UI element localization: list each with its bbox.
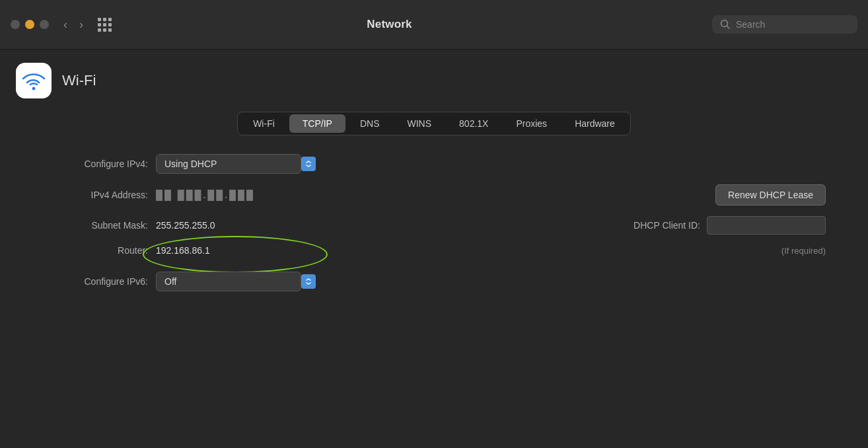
wifi-label: Wi-Fi	[62, 72, 96, 89]
subnet-mask-row: Subnet Mask: 255.255.255.0 DHCP Client I…	[42, 216, 826, 235]
renew-section: Renew DHCP Lease	[715, 184, 826, 205]
router-row: Router: 192.168.86.1 (If required)	[42, 245, 826, 256]
router-value: 192.168.86.1	[156, 245, 210, 256]
dhcp-hint: (If required)	[781, 246, 826, 256]
configure-ipv4-row: Configure IPv4: Using DHCP Manually Off	[42, 154, 826, 174]
configure-ipv4-select-wrapper: Using DHCP Manually Off	[156, 154, 316, 174]
search-icon	[720, 19, 731, 30]
configure-ipv6-select-wrapper: Off Automatically Manually	[156, 272, 316, 291]
form-area: Configure IPv4: Using DHCP Manually Off …	[16, 154, 852, 302]
tab-wifi[interactable]: Wi-Fi	[240, 114, 288, 133]
subnet-mask-value: 255.255.255.0	[156, 220, 215, 231]
ipv4-address-row: IPv4 Address: ██ ███.██.███ Renew DHCP L…	[42, 184, 826, 205]
close-button[interactable]	[11, 20, 20, 29]
content-area: Wi-Fi Wi-Fi TCP/IP DNS WINS 802.1X Proxi…	[0, 50, 868, 448]
wifi-header: Wi-Fi	[16, 63, 852, 98]
configure-ipv4-select[interactable]: Using DHCP Manually Off	[156, 154, 301, 174]
maximize-button[interactable]	[40, 20, 49, 29]
svg-line-1	[727, 26, 730, 29]
ipv6-select-arrow-icon	[301, 274, 316, 289]
renew-dhcp-button[interactable]: Renew DHCP Lease	[715, 184, 826, 205]
dhcp-client-id-input[interactable]	[707, 216, 826, 235]
wifi-icon	[21, 71, 46, 91]
configure-ipv4-label: Configure IPv4:	[42, 159, 148, 169]
wifi-icon-box	[16, 63, 52, 98]
configure-ipv6-row: Configure IPv6: Off Automatically Manual…	[42, 272, 826, 291]
tab-dns[interactable]: DNS	[347, 114, 393, 133]
tab-8021x[interactable]: 802.1X	[446, 114, 501, 133]
traffic-lights	[11, 20, 49, 29]
dhcp-client-id-label: DHCP Client ID:	[633, 220, 700, 231]
tab-hardware[interactable]: Hardware	[561, 114, 628, 133]
window-title: Network	[67, 18, 712, 31]
select-arrow-icon	[301, 157, 316, 171]
search-input[interactable]	[736, 19, 850, 30]
configure-ipv6-label: Configure IPv6:	[42, 276, 148, 287]
tab-tcpip[interactable]: TCP/IP	[289, 114, 345, 133]
ipv4-address-value: ██ ███.██.███	[156, 190, 255, 200]
titlebar: ‹ › Network	[0, 0, 868, 50]
router-label: Router:	[42, 245, 148, 256]
tab-proxies[interactable]: Proxies	[503, 114, 560, 133]
tabs-container: Wi-Fi TCP/IP DNS WINS 802.1X Proxies Har…	[237, 112, 631, 135]
minimize-button[interactable]	[25, 20, 34, 29]
search-bar	[712, 15, 857, 34]
subnet-mask-label: Subnet Mask:	[42, 220, 148, 231]
ipv4-address-label: IPv4 Address:	[42, 190, 148, 200]
tab-wins[interactable]: WINS	[394, 114, 445, 133]
configure-ipv6-select[interactable]: Off Automatically Manually	[156, 272, 301, 291]
